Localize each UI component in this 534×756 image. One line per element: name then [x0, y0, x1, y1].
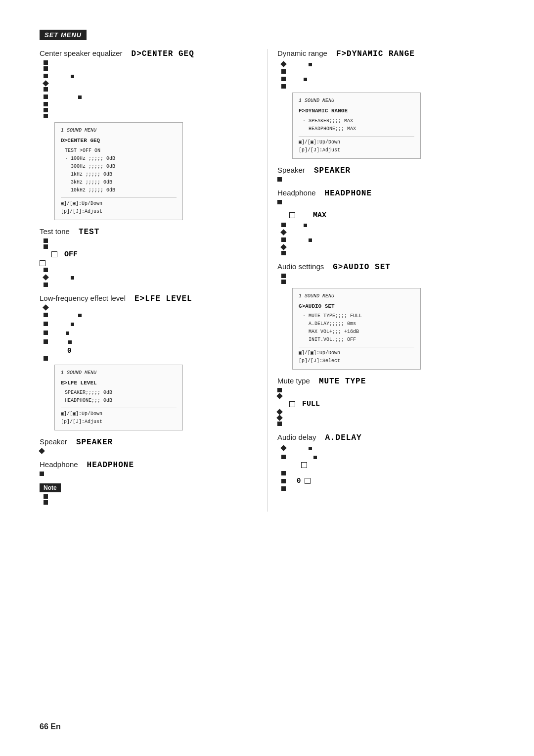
max-bullets — [281, 221, 494, 255]
checkbox-icon — [289, 401, 295, 407]
mute-type-code: MUTE TYPE — [319, 377, 366, 386]
sq-icon — [44, 87, 48, 92]
sq-icon — [44, 74, 48, 78]
bullet-line — [40, 472, 257, 476]
sq-icon — [44, 108, 48, 112]
bullet-line — [44, 500, 257, 505]
audio-settings-label: Audio settings — [277, 262, 324, 271]
test-tone-label: Test tone — [40, 227, 70, 236]
sq-icon — [281, 471, 286, 475]
bullet-line — [281, 69, 494, 74]
sq-icon — [281, 223, 286, 227]
diamond-icon — [280, 244, 287, 250]
lfe-num-value: 0 — [67, 347, 71, 355]
bullet-line — [277, 410, 494, 414]
inset-code: F>DYNAMIC RANGE — [299, 107, 414, 116]
diamond-icon — [43, 304, 49, 311]
bullet-line — [44, 268, 257, 272]
bullet-line — [277, 422, 494, 426]
audio-settings-inset-box: 1 SOUND MENU G>AUDIO SET · MUTE TYPE;;;;… — [292, 288, 421, 370]
off-value-line: OFF — [51, 250, 257, 259]
lfe-bullets: 0 — [44, 305, 257, 361]
page-footer: 66 En — [40, 722, 61, 731]
sq-icon — [281, 251, 286, 255]
diamond-icon — [43, 80, 49, 87]
bullet-line — [277, 177, 494, 182]
center-eq-inset-box: 1 SOUND MENU D>CENTER GEQ TEST >OFF ON ·… — [54, 122, 183, 220]
bullet-line — [44, 244, 257, 249]
bullet-line — [281, 75, 494, 83]
diamond-icon — [280, 61, 287, 67]
test-tone-bullets-below — [44, 268, 257, 287]
diamond-icon — [276, 415, 283, 421]
diamond-icon — [276, 393, 283, 399]
sq-icon — [44, 238, 48, 243]
sq-icon — [304, 224, 307, 227]
audio-delay-code: A.DELAY — [325, 433, 361, 442]
inset-header: 1 SOUND MENU — [299, 292, 414, 300]
sq-icon — [281, 237, 286, 242]
inset-header: 1 SOUND MENU — [299, 97, 414, 105]
bullet-line — [281, 84, 494, 89]
diamond-icon — [39, 448, 45, 454]
sq-icon — [281, 274, 286, 278]
sq-icon — [44, 268, 48, 272]
left-column: Center speaker equalizer D>CENTER GEQ — [40, 49, 267, 512]
bullet-line — [281, 486, 494, 491]
mute-type-section: Mute type MUTE TYPE FULL — [277, 377, 494, 426]
max-section: MAX — [277, 211, 494, 255]
sq-icon — [277, 200, 282, 204]
center-eq-label: Center speaker equalizer — [40, 49, 123, 57]
bullet-line — [44, 102, 257, 106]
bullet-line — [44, 81, 257, 86]
inset-nav: ▣]/[▣]:Up/Down[p]/[J]:Select — [299, 347, 414, 365]
bullet-line — [277, 394, 494, 398]
bullet-line — [44, 283, 257, 287]
sq-icon — [44, 66, 48, 71]
audio-settings-code: G>AUDIO SET — [333, 263, 391, 272]
audio-delay-value-line: 0 — [281, 477, 494, 485]
bullet-line — [281, 60, 494, 68]
inset-item: HEADPHONE;;; MAX — [303, 125, 414, 133]
bullet-line — [44, 305, 257, 310]
bullet-line — [44, 72, 257, 80]
sq-icon — [281, 280, 286, 284]
test-tone-bullets-above — [44, 238, 257, 249]
bullet-line — [44, 311, 257, 319]
checkbox-icon — [40, 260, 45, 266]
checkbox-icon — [305, 478, 311, 484]
bullet-line — [44, 60, 257, 65]
full-value-line: FULL — [289, 400, 494, 408]
bullet-line — [44, 320, 257, 328]
bullet-line — [44, 66, 257, 71]
sq-icon — [44, 339, 48, 344]
headphone-lfe-label: Headphone — [40, 460, 78, 469]
sq-icon — [44, 94, 48, 99]
inset-item: 3kHz ;;;;; 0dB — [65, 179, 177, 187]
headphone-dr-label: Headphone — [277, 189, 316, 197]
sq-icon — [44, 283, 48, 287]
note-bullets — [44, 494, 257, 505]
audio-delay-label: Audio delay — [277, 433, 316, 441]
note-badge: Note — [40, 483, 61, 492]
inset-item: · SPEAKER;;;; MAX — [303, 117, 414, 125]
sq-icon — [66, 331, 69, 335]
sq-icon — [44, 114, 48, 118]
inset-item: 300Hz ;;;;; 0dB — [65, 163, 177, 171]
sq-icon — [44, 60, 48, 65]
inset-item: 1kHz ;;;;; 0dB — [65, 171, 177, 179]
bullet-line — [40, 260, 257, 266]
inset-item: · 100Hz ;;;;; 0dB — [65, 155, 177, 163]
diamond-icon — [43, 274, 49, 281]
bullet-line — [44, 93, 257, 100]
sq-icon — [71, 276, 74, 280]
inset-item: TEST >OFF ON — [65, 147, 177, 155]
inset-nav: ▣]/[▣]:Up/Down[p]/[J]:Adjust — [61, 408, 177, 426]
max-value: MAX — [313, 211, 326, 220]
bullet-line — [44, 494, 257, 499]
inset-header: 1 SOUND MENU — [61, 127, 177, 135]
checkbox-icon — [301, 462, 307, 468]
bullet-line — [277, 388, 494, 392]
sq-icon — [281, 479, 286, 483]
bullet-line — [281, 462, 494, 470]
